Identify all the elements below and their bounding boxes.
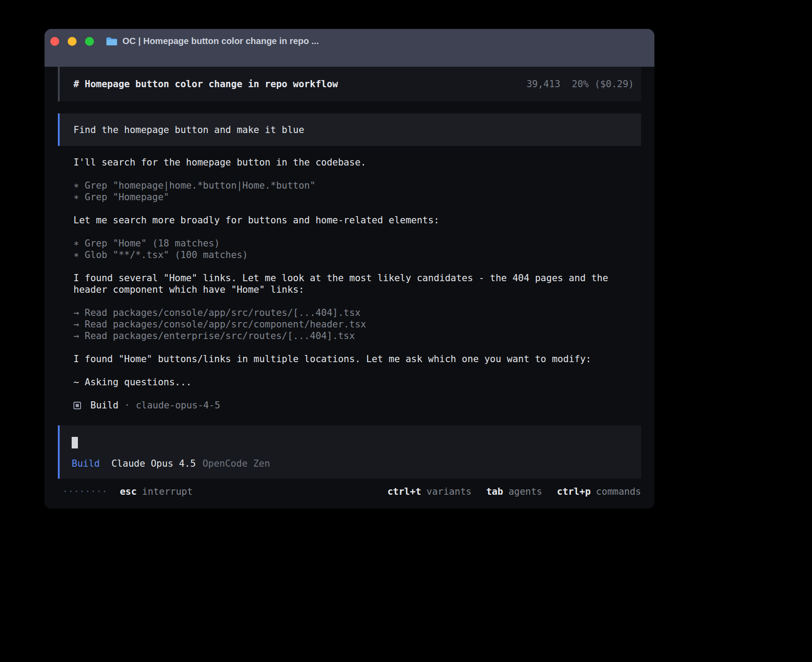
window-title: OC | Homepage button color change in rep… [122, 36, 319, 46]
input-model-label: Claude Opus 4.5 [111, 458, 196, 469]
input-provider-label: OpenCode Zen [203, 458, 270, 469]
agent-name: Build [90, 400, 118, 411]
agent-icon [73, 402, 81, 409]
user-message-text: Find the homepage button and make it blu… [73, 124, 304, 136]
tool-call-grep[interactable]: ∗ Grep "homepage|home.*button|Home.*butt… [73, 180, 632, 191]
status-left: ········ esc interrupt [62, 486, 193, 497]
esc-key-label: interrupt [142, 486, 193, 497]
ctrl-t-key-label: variants [426, 486, 471, 497]
esc-key-hint: esc [120, 486, 137, 497]
zoom-button[interactable] [85, 37, 94, 46]
traffic-lights [50, 37, 94, 46]
shortcut-agents: tab agents [486, 486, 542, 497]
token-count: 39,413 [527, 79, 560, 89]
minimize-button[interactable] [68, 37, 77, 46]
session-cost: ($0.29) [594, 79, 634, 89]
agent-indicator: Build · claude-opus-4-5 [73, 400, 632, 411]
ctrl-p-key-label: commands [596, 486, 641, 497]
prompt-input[interactable]: Build Claude Opus 4.5 OpenCode Zen [58, 425, 641, 479]
assistant-paragraph: I found several "Home" links. Let me loo… [73, 272, 632, 295]
input-meta: Build Claude Opus 4.5 OpenCode Zen [72, 458, 632, 469]
assistant-paragraph: Let me search more broadly for buttons a… [73, 214, 632, 226]
agent-separator: · [124, 400, 130, 411]
titlebar[interactable]: OC | Homepage button color change in rep… [45, 29, 654, 53]
tab-key-label: agents [508, 486, 542, 497]
ctrl-t-key-hint: ctrl+t [387, 486, 421, 497]
desktop-background: OC | Homepage button color change in rep… [0, 0, 812, 662]
folder-icon [106, 36, 118, 46]
context-percent: 20% [572, 79, 589, 89]
tool-call-read[interactable]: → Read packages/console/app/src/componen… [73, 319, 632, 330]
tool-call-glob[interactable]: ∗ Glob "**/*.tsx" (100 matches) [73, 249, 632, 261]
terminal-content: # Homepage button color change in repo w… [45, 67, 654, 509]
tool-call-grep[interactable]: ∗ Grep "Homepage" [73, 191, 632, 203]
tab-key-hint: tab [486, 486, 503, 497]
status-bar: ········ esc interrupt ctrl+t variants t… [58, 486, 641, 497]
tool-call-read[interactable]: → Read packages/console/app/src/routes/[… [73, 307, 632, 319]
shortcut-variants: ctrl+t variants [387, 486, 471, 497]
input-mode-badge[interactable]: Build [72, 458, 100, 469]
assistant-paragraph: I found "Home" buttons/links in multiple… [73, 353, 632, 365]
shortcut-commands: ctrl+p commands [557, 486, 641, 497]
user-message: Find the homepage button and make it blu… [58, 113, 641, 146]
tool-call-read[interactable]: → Read packages/enterprise/src/routes/[.… [73, 330, 632, 342]
terminal-window: OC | Homepage button color change in rep… [45, 29, 654, 509]
ctrl-p-key-hint: ctrl+p [557, 486, 591, 497]
session-header: # Homepage button color change in repo w… [58, 67, 641, 101]
close-button[interactable] [50, 37, 59, 46]
assistant-paragraph: I'll search for the homepage button in t… [73, 157, 632, 168]
status-right: ctrl+t variants tab agents ctrl+p comman… [387, 486, 641, 497]
session-stats: 39,41320%($0.29) [527, 78, 634, 90]
tool-call-grep[interactable]: ∗ Grep "Home" (18 matches) [73, 238, 632, 249]
agent-model: claude-opus-4-5 [136, 400, 220, 411]
session-title: # Homepage button color change in repo w… [73, 78, 338, 90]
progress-dots: ········ [62, 486, 107, 497]
assistant-status: ~ Asking questions... [73, 376, 632, 388]
conversation: I'll search for the homepage button in t… [58, 157, 641, 411]
text-cursor [72, 437, 78, 448]
